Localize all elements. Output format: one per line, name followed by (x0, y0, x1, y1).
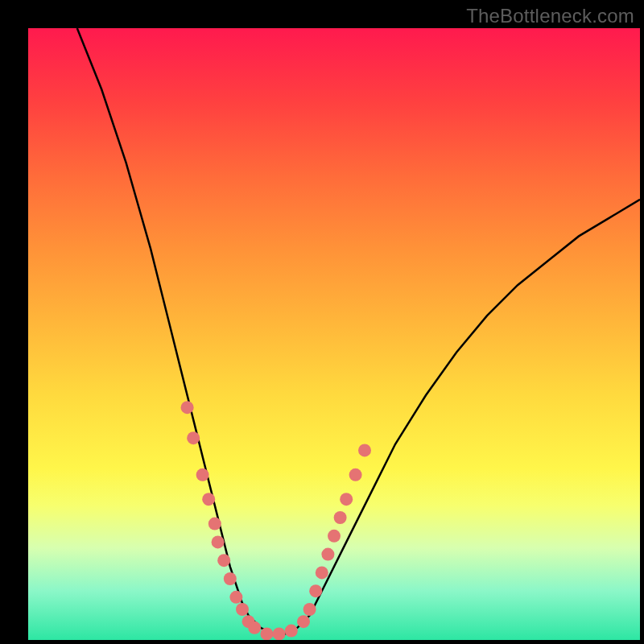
marker-dot (208, 518, 221, 530)
marker-dot (248, 621, 261, 634)
marker-dot (273, 627, 286, 640)
marker-dot (236, 603, 249, 616)
marker-dot (297, 615, 310, 628)
marker-dot (328, 530, 341, 543)
marker-dot (229, 591, 242, 604)
curve-line (77, 28, 640, 634)
marker-dot (309, 584, 322, 597)
marker-dot (217, 554, 230, 567)
marker-dot (187, 431, 200, 444)
marker-dot (349, 469, 362, 481)
marker-dot (212, 535, 225, 548)
plot-area (28, 28, 640, 640)
marker-dot (316, 566, 328, 579)
marker-dot (202, 493, 215, 506)
marker-dot (224, 572, 237, 585)
marker-dot (196, 469, 209, 481)
marker-dot (260, 627, 273, 640)
marker-dot (334, 511, 347, 524)
marker-dot (303, 603, 316, 616)
marker-dot (358, 444, 371, 456)
marker-dot (181, 401, 194, 414)
marker-dot (285, 625, 298, 638)
chart-svg (28, 28, 640, 640)
chart-frame: TheBottleneck.com (0, 0, 644, 644)
marker-dot (321, 548, 334, 561)
marker-dot (340, 493, 353, 506)
watermark-text: TheBottleneck.com (466, 5, 634, 27)
